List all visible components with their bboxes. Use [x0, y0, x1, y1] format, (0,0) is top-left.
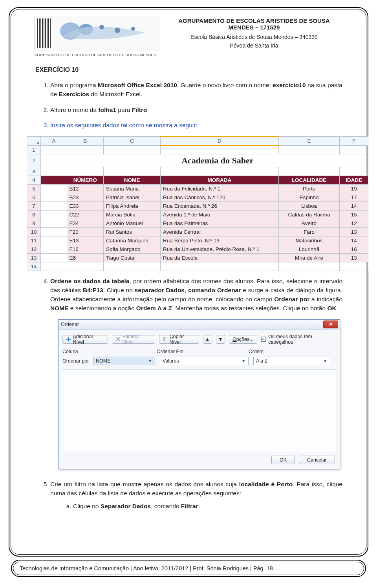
step-2: Altere o nome da folha1 para Filtro.: [50, 105, 342, 114]
text-bold: B4:F13: [83, 287, 103, 293]
cell[interactable]: 14: [340, 201, 368, 210]
move-up-button[interactable]: ▲: [203, 335, 212, 344]
text: . Guarde o novo livro com o nome:: [177, 82, 273, 88]
chevron-down-icon: ▾: [147, 358, 153, 364]
excel-col-header[interactable]: F: [340, 136, 368, 145]
cell[interactable]: E13: [67, 236, 103, 245]
cell[interactable]: Catarina Marques: [103, 236, 160, 245]
delete-level-button[interactable]: Eliminar Nível: [112, 335, 155, 344]
excel-row-header[interactable]: 13: [27, 253, 41, 262]
cell[interactable]: 13: [340, 253, 368, 262]
sort-on-combo[interactable]: Valores▾: [160, 357, 249, 365]
cell[interactable]: Márcia Sofia: [103, 210, 160, 219]
cell[interactable]: Rua da Escola: [161, 253, 279, 262]
excel-row-header[interactable]: 10: [27, 227, 41, 236]
excel-row-header[interactable]: 1: [27, 145, 41, 154]
cell[interactable]: 13: [340, 227, 368, 236]
cell[interactable]: C22: [67, 210, 103, 219]
add-level-button[interactable]: Adicionar Nível: [62, 335, 108, 344]
combo-value: A a Z: [256, 358, 267, 364]
excel-row-header[interactable]: 8: [27, 210, 41, 219]
cell[interactable]: Sofia Morgado: [103, 245, 160, 253]
move-down-button[interactable]: ▼: [216, 335, 225, 344]
cell[interactable]: Aveiro: [278, 219, 340, 227]
cell[interactable]: Filipa Andreia: [103, 201, 160, 210]
cell[interactable]: Lourinhã: [278, 245, 340, 253]
excel-row-header[interactable]: 11: [27, 236, 41, 245]
cell[interactable]: Avenida 1.º de Maio: [161, 210, 279, 219]
excel-col-header[interactable]: B: [67, 136, 103, 145]
cell[interactable]: 19: [340, 184, 368, 193]
table-header[interactable]: LOCALIDADE: [278, 176, 340, 184]
cell[interactable]: E6: [67, 253, 103, 262]
excel-row-header[interactable]: 4: [27, 176, 41, 184]
cell[interactable]: Faro: [278, 227, 340, 236]
cell[interactable]: 12: [340, 219, 368, 227]
copy-level-button[interactable]: Copiar Nível: [159, 335, 199, 344]
table-header[interactable]: MORADA: [161, 176, 279, 184]
cell[interactable]: Lisboa: [278, 201, 340, 210]
header-line-3: Póvoa de Santa Iria: [166, 42, 342, 49]
cell[interactable]: Rua das Palmeiras: [161, 219, 279, 227]
cell[interactable]: Caldas da Rainha: [278, 210, 340, 219]
excel-row-header[interactable]: 14: [27, 262, 41, 271]
options-button[interactable]: Opções...: [229, 335, 257, 344]
close-button[interactable]: ✕: [323, 321, 338, 328]
cell[interactable]: 15: [340, 210, 368, 219]
cell[interactable]: Rua dos Cânticos, N.º 120: [161, 193, 279, 201]
excel-col-header[interactable]: C: [103, 136, 160, 145]
excel-select-all[interactable]: [27, 136, 41, 145]
cell[interactable]: Mira de Aire: [278, 253, 340, 262]
cell[interactable]: Rui Santos: [103, 227, 160, 236]
cell[interactable]: Rua da Felicidade, N.º 1: [161, 184, 279, 193]
cell[interactable]: Matosinhos: [278, 236, 340, 245]
table-header[interactable]: NÚMERO: [67, 176, 103, 184]
cell[interactable]: F16: [67, 245, 103, 253]
excel-row-header[interactable]: 9: [27, 219, 41, 227]
cell[interactable]: F20: [67, 227, 103, 236]
text: ,: [185, 287, 188, 293]
table-header[interactable]: IDADE: [340, 176, 368, 184]
cell[interactable]: Porto: [278, 184, 340, 193]
cell[interactable]: Rua Serpa Pinto, N.º 13: [161, 236, 279, 245]
cell[interactable]: António Manuel: [103, 219, 160, 227]
cell[interactable]: Patricia Isabel: [103, 193, 160, 201]
text-bold: Ordene os dados da tabela: [50, 278, 129, 284]
cell[interactable]: 17: [340, 193, 368, 201]
excel-row-header[interactable]: 5: [27, 184, 41, 193]
cell[interactable]: Rua Encantada, N.º 26: [161, 201, 279, 210]
text: A: [73, 334, 76, 339]
excel-col-header[interactable]: A: [41, 136, 67, 145]
column-header-ordem: Ordem: [249, 349, 336, 354]
cell[interactable]: Espinho: [278, 193, 340, 201]
text: Crie um filtro na lista que mostre apena…: [50, 481, 239, 487]
sort-column-combo[interactable]: NOME▾: [93, 357, 155, 365]
page-footer: Tecnologias de Informação e Comunicação …: [11, 560, 366, 577]
excel-row-header[interactable]: 12: [27, 245, 41, 253]
dialog-titlebar[interactable]: Ordenar ✕: [59, 320, 340, 330]
cell[interactable]: 14: [340, 236, 368, 245]
cell[interactable]: Tiago Costa: [103, 253, 160, 262]
cell[interactable]: Rua da Universidade, Prédio Rosa, N.º 1: [161, 245, 279, 253]
headers-checkbox[interactable]: ✓ Os meus dados têm cabeçalhos: [261, 334, 336, 345]
excel-col-header[interactable]: E: [278, 136, 340, 145]
excel-row-header[interactable]: 2: [27, 154, 41, 167]
cell[interactable]: E33: [67, 201, 103, 210]
excel-col-header-selected[interactable]: D: [161, 136, 279, 145]
sort-order-combo[interactable]: A a Z▾: [253, 357, 330, 365]
cell[interactable]: 16: [340, 245, 368, 253]
excel-row-header[interactable]: 7: [27, 201, 41, 210]
copy-level-icon: [163, 337, 168, 342]
ok-button[interactable]: OK: [271, 456, 295, 464]
cell[interactable]: Avenida Central: [161, 227, 279, 236]
table-title[interactable]: Academia do Saber: [67, 154, 368, 167]
cancel-button[interactable]: Cancelar: [299, 456, 335, 464]
cell[interactable]: E34: [67, 219, 103, 227]
svg-point-2: [99, 25, 104, 29]
cell[interactable]: B12: [67, 184, 103, 193]
cell[interactable]: Susana Maria: [103, 184, 160, 193]
cell[interactable]: B23: [67, 193, 103, 201]
excel-row-header[interactable]: 6: [27, 193, 41, 201]
table-header[interactable]: NOME: [103, 176, 160, 184]
excel-row-header[interactable]: 3: [27, 167, 41, 176]
